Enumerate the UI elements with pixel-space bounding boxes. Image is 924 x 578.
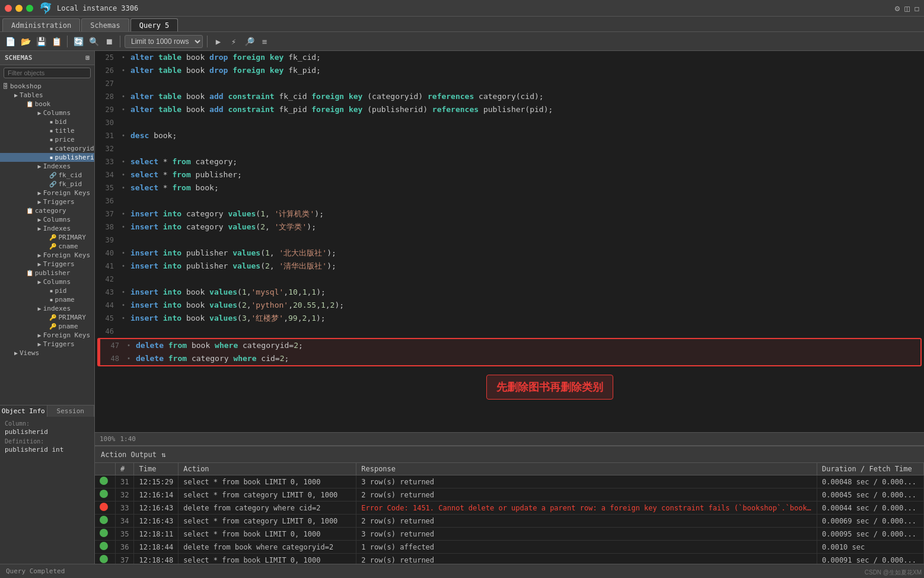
object-info-content: Column: publisherid Definition: publishe… <box>0 417 94 459</box>
table-row[interactable]: 3412:16:43select * from category LIMIT 0… <box>95 515 924 528</box>
sidebar-collapse-icon[interactable]: ⊞ <box>85 54 90 62</box>
save-icon[interactable]: 💾 <box>34 35 47 48</box>
sidebar-item-fk_pid[interactable]: 🔗fk_pid <box>0 180 94 189</box>
line-num-27: 27 <box>95 77 119 90</box>
sidebar-item-categoryid[interactable]: ▪categoryid <box>0 144 94 153</box>
line-content-31[interactable]: desc book; <box>128 129 924 142</box>
table-row[interactable]: 3612:18:44delete from book where categor… <box>95 541 924 554</box>
sidebar-item-columns-book[interactable]: ▶Columns <box>0 108 94 117</box>
sidebar-item-category[interactable]: 📋category <box>0 206 94 215</box>
tab-session[interactable]: Session <box>47 405 95 417</box>
sidebar-item-publisherid[interactable]: ▪publisherid <box>0 153 94 162</box>
sidebar-item-pname-idx[interactable]: 🔑pname <box>0 322 94 331</box>
save-all-icon[interactable]: 📋 <box>50 35 63 48</box>
sidebar-item-fk_cid[interactable]: 🔗fk_cid <box>0 171 94 180</box>
sidebar-item-tables[interactable]: ▶Tables <box>0 91 94 100</box>
line-num-40: 40 <box>95 247 119 260</box>
line-content-25[interactable]: alter table book drop foreign key fk_cid… <box>128 51 924 64</box>
sidebar-item-book[interactable]: 📋book <box>0 100 94 108</box>
status-dot <box>100 503 108 511</box>
sidebar-item-indexes-pub[interactable]: ▶indexes <box>0 304 94 313</box>
sort-icon[interactable]: ⇅ <box>161 451 165 459</box>
line-content-40[interactable]: insert into publisher values(1, '北大出版社')… <box>128 247 924 260</box>
status-dot <box>100 477 108 485</box>
object-info-panel: Object Info Session Column: publisherid … <box>0 405 95 459</box>
table-row[interactable]: 3112:15:29select * from book LIMIT 0, 10… <box>95 475 924 488</box>
line-content-43[interactable]: insert into book values(1,'mysql',10,1,1… <box>128 286 924 299</box>
sidebar-item-bookshop[interactable]: 🗄bookshop <box>0 82 94 91</box>
results-table[interactable]: # Time Action Response Duration / Fetch … <box>95 463 924 564</box>
sidebar-item-views[interactable]: ▶Views <box>0 349 94 357</box>
limit-select[interactable]: Limit to 1000 rows <box>125 35 203 48</box>
tab-object-info[interactable]: Object Info <box>0 405 47 417</box>
sidebar-item-indexes-book[interactable]: ▶Indexes <box>0 162 94 171</box>
stop-icon[interactable]: ⏹ <box>103 35 116 48</box>
line-content-37[interactable]: insert into category values(1, '计算机类'); <box>128 207 924 221</box>
sidebar-item-pname[interactable]: ▪pname <box>0 295 94 304</box>
sidebar-item-publisher[interactable]: 📋publisher <box>0 269 94 277</box>
line-content-47[interactable]: delete from book where categoryid=2; <box>133 339 920 352</box>
line-content-45[interactable]: insert into book values(3,'红楼梦',99,2,1); <box>128 312 924 325</box>
new-query-icon[interactable]: 📄 <box>4 35 17 48</box>
close-button[interactable] <box>5 5 12 12</box>
sidebar-item-bid[interactable]: ▪bid <box>0 117 94 126</box>
sidebar-item-columns-pub[interactable]: ▶Columns <box>0 277 94 286</box>
sidebar-item-fkeys-pub[interactable]: ▶Foreign Keys <box>0 331 94 340</box>
sidebar-item-primary-cat[interactable]: 🔑PRIMARY <box>0 233 94 242</box>
line-content-41[interactable]: insert into publisher values(2, '清华出版社')… <box>128 260 924 273</box>
execute-all-icon[interactable]: ⚡ <box>227 35 240 48</box>
line-content-34[interactable]: select * from publisher; <box>128 168 924 181</box>
minimize-button[interactable] <box>15 5 23 12</box>
line-num-33: 33 <box>95 155 119 168</box>
sidebar-item-indexes-cat[interactable]: ▶Indexes <box>0 224 94 233</box>
open-icon[interactable]: 📂 <box>19 35 32 48</box>
format-icon[interactable]: ≡ <box>258 35 271 48</box>
sidebar-item-fkeys-book[interactable]: ▶Foreign Keys <box>0 189 94 197</box>
table-row[interactable]: 3312:16:43delete from category where cid… <box>95 502 924 515</box>
explain-icon[interactable]: 🔎 <box>243 35 256 48</box>
sidebar-item-triggers-cat[interactable]: ▶Triggers <box>0 260 94 269</box>
line-num-47: 47 <box>100 339 124 352</box>
sidebar-item-pid[interactable]: ▪pid <box>0 286 94 295</box>
sidebar-item-triggers-pub[interactable]: ▶Triggers <box>0 340 94 349</box>
search-input[interactable] <box>4 68 91 78</box>
table-row[interactable]: 3212:16:14select * from category LIMIT 0… <box>95 488 924 502</box>
code-line-26: 26•alter table book drop foreign key fk_… <box>95 64 924 77</box>
column-value: publisherid <box>5 428 90 436</box>
table-row[interactable]: 3512:18:11select * from book LIMIT 0, 10… <box>95 528 924 541</box>
line-content-26[interactable]: alter table book drop foreign key fk_pid… <box>128 64 924 77</box>
line-dot-25: • <box>119 51 128 64</box>
sidebar-item-primary-pub[interactable]: 🔑PRIMARY <box>0 313 94 322</box>
line-content-48[interactable]: delete from category where cid=2; <box>133 352 920 365</box>
line-content-28[interactable]: alter table book add constraint fk_cid f… <box>128 90 924 103</box>
tab-administration[interactable]: Administration <box>2 18 80 31</box>
sidebar-item-triggers-book[interactable]: ▶Triggers <box>0 197 94 206</box>
line-content-44[interactable]: insert into book values(2,'python',20.55… <box>128 299 924 312</box>
line-content-35[interactable]: select * from book; <box>128 181 924 194</box>
line-dot-37: • <box>119 207 128 221</box>
watermark-text: CSDN @生如夏花XM <box>865 569 922 576</box>
execute-icon[interactable]: ▶ <box>212 35 225 48</box>
row-duration: 0.00091 sec / 0.000... <box>817 554 924 564</box>
refresh-icon[interactable]: 🔄 <box>72 35 85 48</box>
row-action: delete from book where categoryid=2 <box>179 541 356 554</box>
code-line-41: 41•insert into publisher values(2, '清华出版… <box>95 260 924 273</box>
inspect-icon[interactable]: 🔍 <box>87 35 100 48</box>
line-content-33[interactable]: select * from category; <box>128 155 924 168</box>
sidebar-item-cname[interactable]: 🔑cname <box>0 242 94 251</box>
editor-area[interactable]: 25•alter table book drop foreign key fk_… <box>95 51 924 432</box>
tab-schemas[interactable]: Schemas <box>81 18 129 31</box>
sidebar-item-title[interactable]: ▪title <box>0 126 94 135</box>
sidebar-item-price[interactable]: ▪price <box>0 135 94 144</box>
sidebar-item-columns-cat[interactable]: ▶Columns <box>0 215 94 224</box>
line-dot-40: • <box>119 247 128 260</box>
col-duration: Duration / Fetch Time <box>817 463 924 475</box>
code-line-40: 40•insert into publisher values(1, '北大出版… <box>95 247 924 260</box>
maximize-button[interactable] <box>26 5 33 12</box>
tab-query5[interactable]: Query 5 <box>130 18 179 31</box>
table-row[interactable]: 3712:18:48select * from book LIMIT 0, 10… <box>95 554 924 564</box>
line-content-38[interactable]: insert into category values(2, '文学类'); <box>128 221 924 234</box>
sidebar-item-fkeys-cat[interactable]: ▶Foreign Keys <box>0 251 94 260</box>
status-dot <box>100 516 108 524</box>
line-content-29[interactable]: alter table book add constraint fk_pid f… <box>128 103 924 116</box>
